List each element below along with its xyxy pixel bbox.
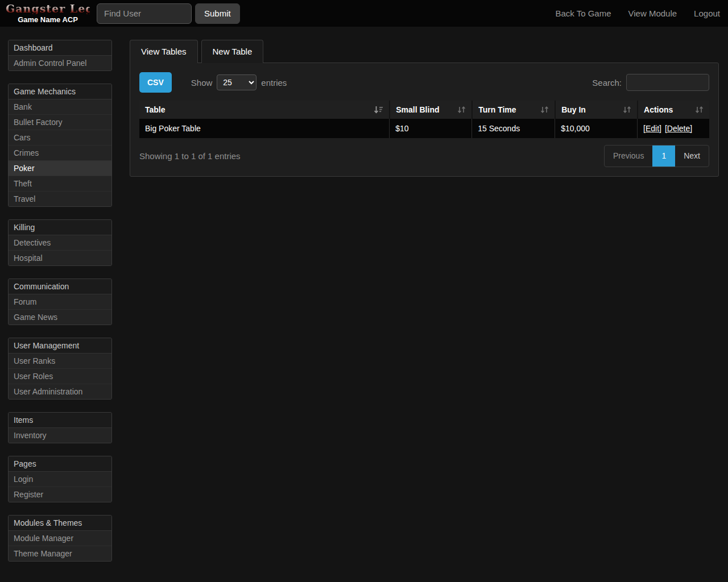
search-input[interactable]	[626, 74, 709, 91]
sidebar-item-cars[interactable]: Cars	[9, 130, 111, 146]
sidebar-section-items: Items Inventory	[8, 412, 112, 443]
sidebar-item-game-news[interactable]: Game News	[9, 310, 111, 325]
col-header-buy-in[interactable]: Buy In	[555, 101, 637, 119]
submit-button[interactable]: Submit	[195, 3, 240, 24]
sidebar-section-pages: Pages Login Register	[8, 456, 112, 502]
sort-both-icon	[457, 106, 466, 114]
edit-link[interactable]: [Edit]	[643, 124, 661, 133]
sidebar-item-poker[interactable]: Poker	[9, 161, 111, 176]
sidebar-title-user-management: User Management	[9, 338, 111, 354]
col-header-small-blind-label: Small Blind	[396, 105, 439, 114]
table-header-row: Table	[139, 101, 709, 119]
sort-both-icon	[540, 106, 549, 114]
cell-actions: [Edit][Delete]	[637, 119, 709, 138]
page-1-button[interactable]: 1	[652, 146, 675, 167]
search-group: Search:	[592, 74, 709, 91]
col-header-buy-in-label: Buy In	[561, 105, 586, 114]
csv-export-button[interactable]: CSV	[139, 72, 172, 93]
table-footer: Showing 1 to 1 of 1 entries Previous 1 N…	[139, 145, 709, 167]
table-toolbar: CSV Show 25 entries Search:	[139, 72, 709, 93]
sort-both-icon	[623, 106, 631, 114]
tab-bar: View Tables New Table	[130, 40, 719, 63]
col-header-table-label: Table	[145, 105, 166, 114]
sidebar-title-items: Items	[9, 413, 111, 428]
sidebar-section-dashboard: Dashboard Admin Control Panel	[8, 40, 112, 71]
sidebar-item-theme-manager[interactable]: Theme Manager	[9, 546, 111, 561]
logo-subtitle: Game Name ACP	[6, 15, 90, 24]
show-label: Show	[191, 78, 213, 88]
sidebar-title-game-mechanics: Game Mechanics	[9, 84, 111, 99]
sidebar-item-crimes[interactable]: Crimes	[9, 146, 111, 161]
find-user-input[interactable]	[97, 3, 192, 24]
main-content: View Tables New Table CSV Show 25 entrie…	[130, 40, 719, 177]
col-header-actions-label: Actions	[644, 105, 673, 114]
table-row: Big Poker Table $10 15 Seconds $10,000 […	[139, 119, 709, 138]
next-page-button[interactable]: Next	[675, 146, 709, 167]
previous-page-button[interactable]: Previous	[605, 146, 652, 167]
sidebar-item-user-administration[interactable]: User Administration	[9, 384, 111, 399]
tab-view-tables[interactable]: View Tables	[130, 40, 198, 63]
nav-view-module[interactable]: View Module	[628, 9, 677, 18]
sidebar-title-modules-themes: Modules & Themes	[9, 516, 111, 531]
sidebar-item-detectives[interactable]: Detectives	[9, 235, 111, 251]
sidebar-item-forum[interactable]: Forum	[9, 294, 111, 310]
sidebar-item-bank[interactable]: Bank	[9, 99, 111, 115]
sidebar-item-inventory[interactable]: Inventory	[9, 428, 111, 443]
sidebar-section-modules-themes: Modules & Themes Module Manager Theme Ma…	[8, 515, 112, 562]
sidebar-item-admin-control-panel[interactable]: Admin Control Panel	[9, 56, 111, 70]
cell-buy-in: $10,000	[555, 119, 637, 138]
app-logo: Gangster Legends Game Name ACP	[0, 3, 90, 24]
sidebar-title-dashboard: Dashboard	[9, 40, 111, 56]
sidebar-item-user-roles[interactable]: User Roles	[9, 369, 111, 384]
entries-summary: Showing 1 to 1 of 1 entries	[139, 151, 241, 161]
sidebar-item-theft[interactable]: Theft	[9, 176, 111, 192]
sort-both-icon	[695, 106, 704, 114]
sidebar-title-killing: Killing	[9, 220, 111, 235]
sidebar: Dashboard Admin Control Panel Game Mecha…	[8, 40, 112, 574]
col-header-turn-time-label: Turn Time	[478, 105, 516, 114]
delete-link[interactable]: [Delete]	[665, 124, 692, 133]
cell-turn-time: 15 Seconds	[471, 119, 555, 138]
col-header-table[interactable]: Table	[139, 101, 389, 119]
nav-logout[interactable]: Logout	[694, 9, 720, 18]
sidebar-item-hospital[interactable]: Hospital	[9, 251, 111, 265]
page-size-group: Show 25 entries	[191, 74, 287, 90]
sidebar-item-module-manager[interactable]: Module Manager	[9, 531, 111, 546]
sidebar-item-login[interactable]: Login	[9, 472, 111, 487]
sidebar-item-register[interactable]: Register	[9, 487, 111, 502]
tables-panel: CSV Show 25 entries Search:	[130, 63, 719, 177]
sidebar-section-communication: Communication Forum Game News	[8, 278, 112, 325]
sidebar-section-game-mechanics: Game Mechanics Bank Bullet Factory Cars …	[8, 84, 112, 207]
poker-tables-table: Table	[139, 101, 709, 138]
sidebar-section-killing: Killing Detectives Hospital	[8, 219, 112, 266]
pagination: Previous 1 Next	[604, 145, 709, 167]
sidebar-item-travel[interactable]: Travel	[9, 192, 111, 206]
sort-amount-icon	[374, 106, 383, 114]
cell-table-name: Big Poker Table	[139, 119, 389, 138]
page-size-select[interactable]: 25	[217, 74, 257, 90]
entries-label: entries	[261, 78, 287, 88]
sidebar-title-communication: Communication	[9, 279, 111, 294]
nav-back-to-game[interactable]: Back To Game	[555, 9, 611, 18]
sidebar-section-user-management: User Management User Ranks User Roles Us…	[8, 338, 112, 400]
col-header-small-blind[interactable]: Small Blind	[389, 101, 471, 119]
search-label: Search:	[592, 78, 622, 88]
sidebar-item-user-ranks[interactable]: User Ranks	[9, 354, 111, 369]
top-bar: Gangster Legends Game Name ACP Submit Ba…	[0, 0, 728, 27]
sidebar-item-bullet-factory[interactable]: Bullet Factory	[9, 115, 111, 130]
col-header-turn-time[interactable]: Turn Time	[471, 101, 555, 119]
top-nav: Back To Game View Module Logout	[538, 9, 728, 18]
col-header-actions[interactable]: Actions	[637, 101, 709, 119]
sidebar-title-pages: Pages	[9, 456, 111, 472]
cell-small-blind: $10	[389, 119, 471, 138]
logo-title: Gangster Legends	[6, 3, 90, 14]
tab-new-table[interactable]: New Table	[201, 40, 264, 63]
